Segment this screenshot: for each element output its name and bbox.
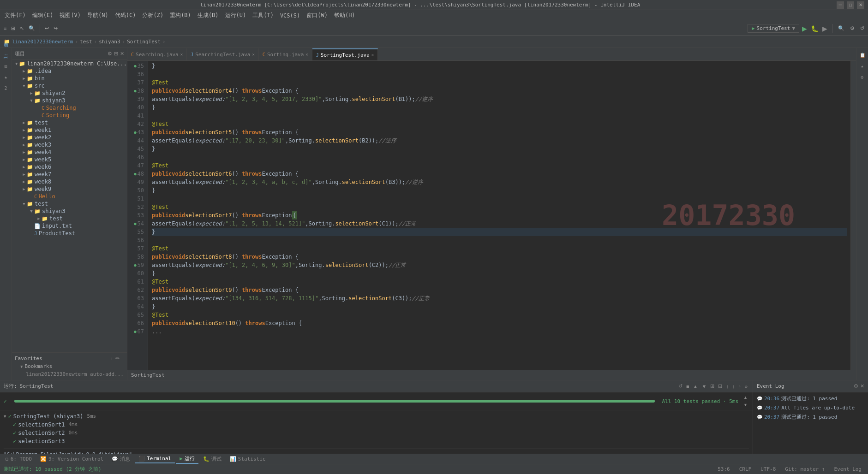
- run-sort-btn[interactable]: ↕: [724, 382, 730, 390]
- project-gear-btn[interactable]: ⚙: [108, 51, 112, 57]
- tree-searching[interactable]: C Searching: [12, 104, 127, 112]
- code-editor[interactable]: ●35 36 37 ●38 39 40 41 42 ●43 44 45 46 4…: [127, 61, 856, 370]
- status-vcs[interactable]: Git: master ↑: [782, 466, 827, 472]
- run-up-btn[interactable]: ▲: [692, 382, 700, 390]
- tree-week6[interactable]: ▶📁week6: [12, 163, 127, 171]
- tree-hello[interactable]: CHello: [12, 193, 127, 200]
- tree-shiyan3-test[interactable]: ▼ 📁 shiyan3: [12, 207, 127, 215]
- maximize-button[interactable]: □: [847, 1, 854, 9]
- run-restart-btn[interactable]: ↺: [677, 382, 684, 390]
- run-test-3[interactable]: ✓ selectionSort3: [4, 437, 749, 445]
- menu-refactor[interactable]: 重构(B): [167, 11, 194, 20]
- menu-nav[interactable]: 导航(N): [84, 11, 111, 20]
- run-collapse-btn[interactable]: ⊟: [717, 382, 724, 390]
- tab-searching-close[interactable]: ✕: [180, 52, 183, 57]
- tree-root[interactable]: ▼ 📁 linan20172330newterm C:\Use...: [12, 60, 127, 67]
- toolbar-refresh[interactable]: ↺: [858, 24, 866, 32]
- favorites-add-btn[interactable]: +: [110, 356, 113, 361]
- tree-test2[interactable]: ▼ 📁 test: [12, 200, 127, 207]
- bread-shiyan3[interactable]: shiyan3: [99, 39, 120, 45]
- tree-week4[interactable]: ▶📁week4: [12, 148, 127, 156]
- right-icon-3[interactable]: ⚙: [857, 72, 868, 82]
- menu-view[interactable]: 视图(V): [57, 11, 84, 20]
- coverage-button[interactable]: ▶̈: [821, 24, 828, 33]
- run-scroll-down[interactable]: ▼: [742, 402, 749, 408]
- run-config-selector[interactable]: ▶ SortingTest ▼: [748, 24, 799, 33]
- event-log-gear[interactable]: ⚙: [854, 383, 858, 389]
- tab-sortingtest[interactable]: J SortingTest.java ✕: [312, 48, 378, 60]
- menu-generate[interactable]: 生成(B): [195, 11, 221, 20]
- tree-week3[interactable]: ▶📁week3: [12, 141, 127, 148]
- tree-week9[interactable]: ▶📁week9: [12, 185, 127, 193]
- tree-week8[interactable]: ▶📁week8: [12, 178, 127, 185]
- bookmarks-row[interactable]: ▼ Bookmarks: [15, 362, 124, 370]
- tree-test[interactable]: ▶ 📁 test: [12, 119, 127, 126]
- toolbar-btn-1[interactable]: ≡: [2, 25, 8, 32]
- code-content[interactable]: 20172330 } @Test public void selectionSo…: [148, 61, 850, 370]
- menu-help[interactable]: 帮助(H): [331, 11, 358, 20]
- project-layout-btn[interactable]: ⊞: [114, 51, 118, 57]
- bottom-tab-vcs[interactable]: 🔀 9: Version Control: [36, 455, 107, 463]
- close-button[interactable]: ✕: [857, 1, 864, 9]
- menu-edit[interactable]: 编辑(E): [30, 11, 56, 20]
- minimize-button[interactable]: ─: [837, 1, 844, 9]
- tree-test-sub[interactable]: ▶ 📁 test: [12, 215, 127, 222]
- side-structure-icon[interactable]: ⊞: [1, 61, 11, 71]
- tab-searchingtest-close[interactable]: ✕: [252, 52, 254, 57]
- tab-searching[interactable]: C Searching.java ✕: [127, 48, 187, 60]
- right-icon-1[interactable]: 📋: [857, 50, 868, 60]
- menu-code[interactable]: 代码(C): [112, 11, 139, 20]
- toolbar-search[interactable]: 🔍: [836, 24, 846, 32]
- right-gutter-scrollbar[interactable]: [850, 61, 856, 370]
- status-encoding[interactable]: UTF-8: [758, 466, 778, 472]
- menu-file[interactable]: 文件(F): [2, 11, 29, 20]
- tree-sorting[interactable]: C Sorting: [12, 112, 127, 119]
- side-project-icon[interactable]: 1: 项目: [1, 50, 11, 60]
- project-close-btn[interactable]: ✕: [120, 51, 124, 57]
- tab-searchingtest[interactable]: J SearchingTest.java ✕: [187, 48, 259, 60]
- toolbar-btn-3[interactable]: ↖: [18, 24, 26, 32]
- bread-root[interactable]: linan20172330newterm: [12, 39, 73, 45]
- run-export-btn[interactable]: ↑: [737, 382, 742, 390]
- tree-week2[interactable]: ▶📁week2: [12, 134, 127, 141]
- bottom-tab-statistic[interactable]: 📊 Statistic: [226, 455, 269, 463]
- tree-src[interactable]: ▼ 📁 src: [12, 82, 127, 89]
- favorites-edit-btn[interactable]: ✏: [115, 356, 120, 361]
- bread-sortingtest[interactable]: SortingTest: [127, 39, 161, 45]
- tab-sorting-close[interactable]: ✕: [305, 52, 308, 57]
- run-expand-btn[interactable]: ⊞: [709, 382, 716, 390]
- toolbar-btn-2[interactable]: ⊞: [9, 24, 17, 32]
- run-button[interactable]: ▶: [801, 24, 808, 33]
- tree-week7[interactable]: ▶📁week7: [12, 171, 127, 178]
- toolbar-btn-6[interactable]: ↪: [52, 24, 60, 32]
- side-favorites-icon[interactable]: ★: [1, 72, 11, 82]
- tree-week5[interactable]: ▶📁week5: [12, 156, 127, 163]
- menu-analyze[interactable]: 分析(Z): [139, 11, 166, 20]
- run-stop-btn[interactable]: ■: [685, 382, 691, 390]
- toolbar-settings[interactable]: ⚙: [848, 24, 856, 32]
- run-test-2[interactable]: ✓ selectionSort2 0ms: [4, 429, 749, 437]
- event-log-btn[interactable]: Event Log: [831, 466, 864, 472]
- right-icon-2[interactable]: ★: [857, 61, 868, 71]
- bottom-tab-run[interactable]: ▶ 运行: [176, 454, 198, 464]
- run-scroll-up[interactable]: ▲: [742, 394, 749, 401]
- tree-producttest[interactable]: J ProductTest: [12, 230, 127, 237]
- toolbar-btn-5[interactable]: ↩: [43, 24, 51, 32]
- status-linesep[interactable]: CRLF: [736, 466, 754, 472]
- toolbar-btn-4[interactable]: 🔍: [27, 24, 37, 32]
- status-position[interactable]: 53:6: [715, 466, 733, 472]
- tree-shiyan2[interactable]: ▶ 📁 shiyan2: [12, 89, 127, 97]
- run-test-root[interactable]: ▼ ✓ SortingTest (shiyan3) 5ms: [4, 412, 749, 421]
- run-more-btn[interactable]: »: [743, 382, 749, 390]
- event-log-close[interactable]: ✕: [860, 383, 864, 389]
- tree-idea[interactable]: ▶ 📁 .idea: [12, 67, 127, 75]
- bread-test[interactable]: test: [80, 39, 92, 45]
- side-nav-icon[interactable]: 2: [1, 83, 11, 93]
- menu-tools[interactable]: 工具(T): [250, 11, 276, 20]
- bottom-tab-debug[interactable]: 🐛 调试: [199, 455, 225, 463]
- tree-inputtxt[interactable]: 📄 input.txt: [12, 222, 127, 230]
- run-test-1[interactable]: ✓ selectionSort1 4ms: [4, 421, 749, 429]
- tree-week1[interactable]: ▶📁week1: [12, 126, 127, 134]
- menu-run[interactable]: 运行(U): [222, 11, 249, 20]
- bottom-tab-messages[interactable]: 💬 消息: [108, 455, 134, 463]
